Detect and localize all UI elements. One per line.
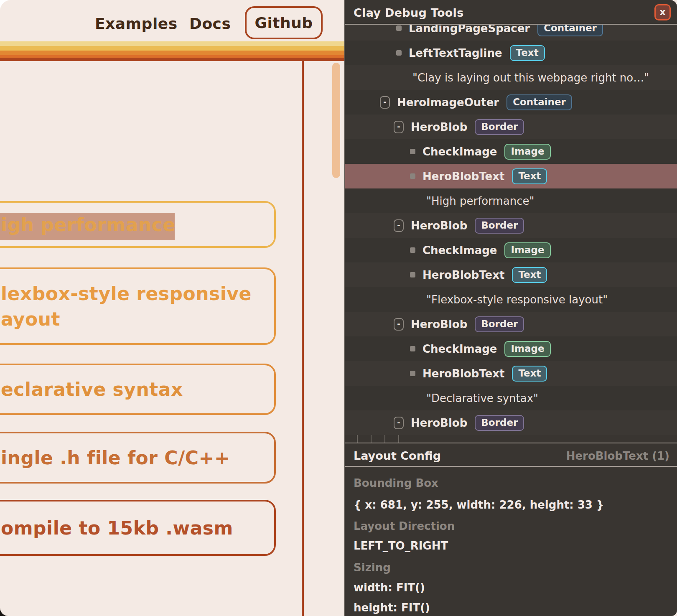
feature-box: ingle .h file for C/C++ <box>0 432 276 484</box>
debug-panel-header: Clay Debug Tools x <box>345 0 677 25</box>
text-content-preview: "High performance" <box>426 195 534 207</box>
tree-node-row[interactable]: CheckImageImage <box>345 238 677 262</box>
leaf-bullet-icon <box>410 371 415 376</box>
element-type-badge: Text <box>512 366 547 382</box>
clay-debug-panel: Clay Debug Tools x LandingPageSpacerCont… <box>344 0 677 616</box>
text-content-preview: "Flexbox-style responsive layout" <box>426 293 608 306</box>
feature-text: ingle .h file for C/C++ <box>1 445 274 471</box>
feature-text: ompile to 15kb .wasm <box>1 515 274 541</box>
layout-config-header: Layout Config HeroBlobText (1) <box>345 443 677 467</box>
config-value: height: FIT() <box>354 602 430 613</box>
tree-node-row[interactable]: -HeroBlobBorder <box>345 213 677 238</box>
config-section-label: Bounding Box <box>354 477 438 489</box>
close-button[interactable]: x <box>654 4 671 20</box>
leaf-bullet-icon <box>410 173 415 179</box>
element-tree: LandingPageSpacerContainerLeftTextTaglin… <box>345 25 677 443</box>
element-name: HeroBlobText <box>422 170 504 183</box>
tree-node-row[interactable]: CheckImageImage <box>345 139 677 164</box>
collapse-button[interactable]: - <box>394 417 404 429</box>
collapse-button[interactable]: - <box>394 219 404 232</box>
element-name: HeroBlob <box>411 318 467 331</box>
feature-box: igh performance <box>0 201 276 248</box>
feature-text: lexbox-style responsive <box>1 281 274 306</box>
text-content-preview: "Declarative syntax" <box>426 392 538 405</box>
tree-text-row[interactable]: "Declarative syntax" <box>345 386 677 410</box>
tree-text-row[interactable]: "Flexbox-style responsive layout" <box>345 287 677 312</box>
element-name: HeroBlobText <box>422 367 504 380</box>
nav-link-examples[interactable]: Examples <box>95 15 178 32</box>
element-name: HeroBlobText <box>422 269 504 281</box>
element-name: HeroBlob <box>411 417 467 429</box>
element-type-badge: Text <box>512 168 547 184</box>
element-type-badge: Border <box>475 415 524 431</box>
element-type-badge: Container <box>506 94 572 110</box>
leaf-bullet-icon <box>410 247 415 253</box>
collapse-button[interactable]: - <box>394 318 404 331</box>
element-name: CheckImage <box>422 145 497 158</box>
tree-node-row[interactable]: HeroBlobTextText <box>345 164 677 188</box>
config-value: { x: 681, y: 255, width: 226, height: 33… <box>354 499 604 511</box>
feature-box: eclarative syntax <box>0 364 276 415</box>
tree-text-row[interactable]: "High performance" <box>345 188 677 213</box>
tree-node-row[interactable]: HeroBlobTextText <box>345 361 677 386</box>
tree-node-row[interactable]: -HeroBlobBorder <box>345 115 677 139</box>
element-type-badge: Image <box>504 341 550 357</box>
leaf-bullet-icon <box>410 149 415 154</box>
element-name: HeroImageOuter <box>397 96 499 109</box>
collapse-button[interactable]: - <box>380 96 390 109</box>
element-type-badge: Border <box>475 316 524 332</box>
layout-config-body: Bounding Box{ x: 681, y: 255, width: 226… <box>345 467 677 616</box>
tree-node-row[interactable]: -HeroImageOuterContainer <box>345 90 677 115</box>
tree-node-row[interactable]: LeftTextTaglineText <box>345 41 677 65</box>
element-type-badge: Border <box>475 218 524 234</box>
tree-node-row[interactable]: HeroBlobTextText <box>345 262 677 287</box>
feature-text: igh performance <box>1 212 274 237</box>
config-section-label: Sizing <box>354 562 391 573</box>
tree-node-row[interactable]: CheckImageImage <box>345 336 677 361</box>
leaf-bullet-icon <box>396 25 402 31</box>
layout-config-title: Layout Config <box>354 449 441 462</box>
element-type-badge: Text <box>512 267 547 283</box>
leaf-bullet-icon <box>410 272 415 277</box>
tree-node-row[interactable]: -HeroBlobBorder <box>345 410 677 435</box>
element-name: LandingPageSpacer <box>409 25 530 35</box>
page-vertical-divider <box>302 61 304 616</box>
leaf-bullet-icon <box>396 50 402 56</box>
element-name: LeftTextTagline <box>409 47 502 59</box>
debug-panel-title: Clay Debug Tools <box>354 6 464 19</box>
leaf-bullet-icon <box>410 346 415 351</box>
element-name: HeroBlob <box>411 121 467 133</box>
element-name: CheckImage <box>422 343 497 355</box>
config-value: LEFT_TO_RIGHT <box>354 540 448 552</box>
selected-element-label: HeroBlobText (1) <box>566 450 669 462</box>
element-type-badge: Image <box>504 144 550 160</box>
text-content-preview: "Clay is laying out this webpage right n… <box>412 71 649 84</box>
config-section-label: Layout Direction <box>354 520 455 532</box>
feature-text: ayout <box>1 306 274 332</box>
tree-node-row[interactable]: -HeroBlobBorder <box>345 312 677 336</box>
element-type-badge: Text <box>510 45 545 61</box>
collapse-button[interactable]: - <box>394 121 404 133</box>
feature-box: lexbox-style responsiveayout <box>0 267 276 345</box>
element-type-badge: Container <box>537 25 603 36</box>
element-name: CheckImage <box>422 244 497 257</box>
feature-text: eclarative syntax <box>1 377 274 402</box>
nav-link-docs[interactable]: Docs <box>189 15 231 32</box>
app-window: Examples Docs Github igh performancelexb… <box>0 0 677 616</box>
github-button[interactable]: Github <box>245 6 323 39</box>
config-value: width: FIT() <box>354 582 425 593</box>
page-scrollbar-thumb[interactable] <box>332 63 340 178</box>
tree-node-row[interactable]: LandingPageSpacerContainer <box>345 25 677 41</box>
element-name: HeroBlob <box>411 219 467 232</box>
tree-text-row[interactable]: "Clay is laying out this webpage right n… <box>345 65 677 90</box>
element-type-badge: Image <box>504 242 550 258</box>
element-type-badge: Border <box>475 119 524 135</box>
feature-box: ompile to 15kb .wasm <box>0 500 276 556</box>
